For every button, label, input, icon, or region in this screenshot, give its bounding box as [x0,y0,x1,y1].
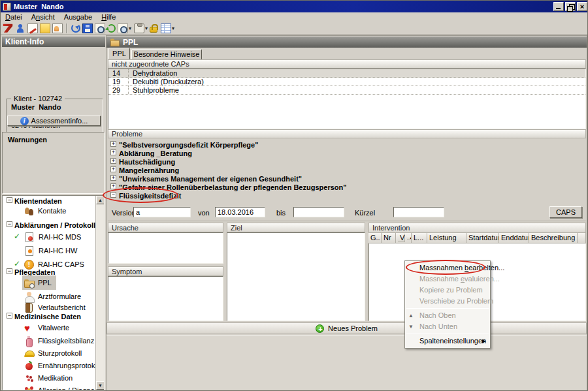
helmet-icon [24,349,34,358]
tree-item-medikation[interactable]: Medikation [22,371,77,384]
expand-icon[interactable] [110,166,116,172]
problem-row[interactable]: Abklärung _Beratung [110,149,192,158]
tree-item-allergien-diagnosen[interactable]: Allergien / Diagnosen ... [22,383,105,390]
problem-row-fluessigkeitsdefizit[interactable]: Flüssigkeitsdefizit [110,192,181,200]
menu-hilfe[interactable]: Hilfe [97,12,120,22]
scroll-up-icon[interactable]: ▲ [96,196,105,204]
menu-datei[interactable]: Datei [1,12,27,22]
caps-row[interactable]: 29Stuhlprobleme [108,86,585,95]
tree-item-kontakte[interactable]: Kontakte [22,204,71,217]
col-startdatum[interactable]: Startdatum [466,233,499,243]
von-label: von [198,208,210,218]
collapse-icon[interactable] [7,313,12,319]
print-preview-icon[interactable] [118,23,128,33]
problem-row[interactable]: Hautschädigung [110,158,175,166]
col-enddatum[interactable]: Enddatum [499,233,529,243]
version-label: Version [112,208,136,218]
ziel-textarea[interactable] [227,232,365,321]
tab-ppl[interactable]: PPL [108,48,130,59]
close-button[interactable]: × [577,2,587,11]
flower-icon [24,386,34,391]
problem-row[interactable]: "Gefahr einer Rollenüberbelastung der pf… [110,183,346,192]
save-icon[interactable] [82,23,93,33]
symptom-textarea[interactable] [108,276,223,321]
col-stub [578,233,586,243]
app-icon [3,3,11,11]
tree-item-vitalwerte[interactable]: Vitalwerte [22,321,74,334]
menu-item-massnahmen-bearbeiten[interactable]: Massnahmen bearbeiten... [405,262,490,274]
clipboard-icon[interactable] [134,23,144,33]
menu-item-spalteneinstellungen[interactable]: Spalteneinstellungen▶ [405,336,490,347]
tree-group-abklaerungen[interactable]: Abklärungen / Protokolle [7,221,99,230]
col-v[interactable]: V ▲ [396,233,412,243]
col-beschreibung[interactable]: Beschreibung [529,233,578,243]
collapse-icon[interactable] [7,197,12,203]
tree-item-rai-hc-hw[interactable]: RAI-HC HW [22,243,82,257]
problem-row[interactable]: Mangelernährung [110,166,179,175]
bottom-empty-area [106,336,587,390]
menu-bar: Datei Ansicht Ausgabe Hilfe [1,12,588,22]
menu-item-massnahme-evaluieren[interactable]: Massnahme evaluieren... [405,274,490,285]
expand-icon[interactable] [110,141,116,147]
col-leistung[interactable]: Leistung [427,233,466,243]
collapse-icon[interactable] [110,192,116,198]
expand-icon[interactable] [110,149,116,155]
tree-item-ppl[interactable]: PPL [22,275,56,289]
von-input[interactable] [215,207,265,217]
tree-item-rai-hc-mds[interactable]: RAI-HC MDS [22,230,86,243]
client-icon[interactable] [15,23,25,33]
tree-item-verlaufsbericht[interactable]: Verlaufsbericht [22,300,90,313]
caps-button[interactable]: CAPS [549,206,582,218]
menu-item-kopiere-zu-problem[interactable]: Kopiere zu Problem [405,285,490,296]
col-g[interactable]: G.. [368,233,382,243]
dropdown-caret-icon[interactable]: ▾ [129,23,131,33]
caps-row[interactable]: 19Dekubiti (Druckulzera) [108,78,585,86]
collapse-icon[interactable] [7,221,12,227]
caps-row[interactable]: 14Dehydratation [108,69,585,78]
tree-item-sturzprotokoll[interactable]: Sturzprotokoll [22,346,86,359]
lock-icon[interactable] [150,27,157,33]
refresh-icon[interactable] [71,23,80,33]
col-l[interactable]: L... [412,233,427,243]
collapse-icon[interactable] [7,268,12,274]
tab-besondere-hinweise[interactable]: Besondere Hinweise [131,49,202,59]
problem-row[interactable]: "Selbstversorgungsdefizit Körperpflege" [110,141,258,149]
probleme-section-header: Probleme [108,129,586,138]
assessmentinfo-button[interactable]: Assessmentinfo... [7,116,101,126]
table-settings-icon[interactable] [161,23,171,33]
tree-scrollbar[interactable]: ▲ ▼ [95,196,104,390]
minimize-button[interactable] [553,2,564,11]
menu-item-nach-unten[interactable]: ▼Nach Unten [405,321,490,332]
tree-item-fluessigkeitsbilanz[interactable]: Flüssigkeitsbilanz [22,334,99,347]
version-input[interactable] [133,207,191,217]
kuerzel-input[interactable] [393,207,444,217]
dropdown-caret-icon[interactable]: ▾ [172,23,174,33]
expand-icon[interactable] [110,158,116,164]
scroll-down-icon[interactable]: ▼ [96,381,105,390]
bottle-icon [24,336,34,346]
client-card-icon[interactable] [52,23,63,33]
tree-item-ernaehrungsprotokoll[interactable]: Ernährungsprotokoll [22,358,105,371]
note-icon[interactable] [40,23,50,33]
menu-ansicht[interactable]: Ansicht [27,12,59,22]
exit-icon[interactable] [3,23,13,33]
ursache-textarea[interactable] [108,232,223,264]
klient-number: Klient - 102742 [11,95,65,102]
version-strip: Version von bis Kürzel CAPS [108,205,586,221]
menu-ausgabe[interactable]: Ausgabe [59,12,97,22]
bis-input[interactable] [293,207,344,217]
neues-problem-button[interactable]: Neues Problem [106,322,587,334]
dropdown-caret-icon[interactable]: ▾ [145,23,148,33]
menu-item-verschiebe-zu-problem[interactable]: Verschiebe zu Problem [405,296,490,307]
sync-icon[interactable] [107,24,116,33]
warnungen-label: Warnungen [3,133,104,144]
expand-icon[interactable] [110,183,116,189]
col-nr[interactable]: Nr [382,233,396,243]
menu-item-nach-oben[interactable]: ▲Nach Oben [405,310,490,321]
problem-row[interactable]: "Unwirksames Management der eigenen Gesu… [110,175,302,183]
preview-icon[interactable] [95,23,105,33]
restore-button[interactable] [565,2,576,11]
expand-icon[interactable] [110,175,116,181]
edit-client-icon[interactable] [27,23,38,33]
heart-icon [24,323,34,333]
